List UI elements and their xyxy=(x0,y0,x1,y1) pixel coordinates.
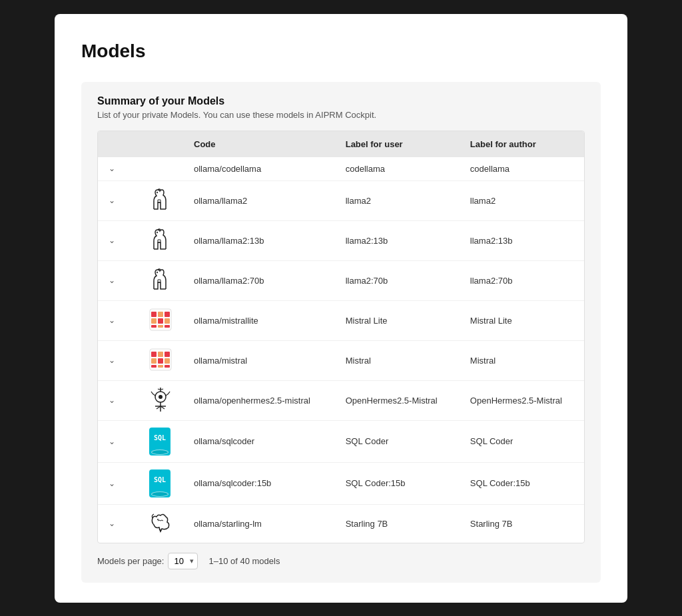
svg-rect-14 xyxy=(151,352,157,357)
row-chevron[interactable]: ⌄ xyxy=(98,420,138,462)
row-label-author: codellama xyxy=(460,157,584,181)
row-code: ollama/llama2 xyxy=(183,180,335,220)
row-chevron[interactable]: ⌄ xyxy=(98,260,138,300)
row-chevron[interactable]: ⌄ xyxy=(98,380,138,420)
row-label-user: SQL Coder xyxy=(335,420,460,462)
row-chevron[interactable]: ⌄ xyxy=(98,180,138,220)
svg-rect-8 xyxy=(158,318,163,324)
row-chevron[interactable]: ⌄ xyxy=(98,462,138,504)
row-label-author: SQL Coder xyxy=(460,420,584,462)
row-label-author: Starling 7B xyxy=(460,504,584,543)
table-row: ⌄ ollama/mistralMistralMistral xyxy=(98,340,584,380)
svg-point-27 xyxy=(159,395,163,399)
row-chevron[interactable]: ⌄ xyxy=(98,504,138,543)
row-label-author: OpenHermes2.5-Mistral xyxy=(460,380,584,420)
table-row: ⌄ ollama/llama2llama2llama2 xyxy=(98,180,584,220)
table-row: ⌄ ollama/mistralliteMistral LiteMistral … xyxy=(98,300,584,340)
row-code: ollama/llama2:70b xyxy=(183,260,335,300)
row-chevron[interactable]: ⌄ xyxy=(98,300,138,340)
row-code: ollama/mistrallite xyxy=(183,300,335,340)
table-row: ⌄ollama/codellamacodellamacodellama xyxy=(98,157,584,181)
row-label-author: SQL Coder:15b xyxy=(460,462,584,504)
models-table: Code Label for user Label for author ⌄ol… xyxy=(98,131,584,543)
svg-rect-11 xyxy=(158,325,163,328)
row-icon xyxy=(138,380,183,420)
page-info: 1–10 of 40 models xyxy=(208,556,280,566)
main-container: Models Summary of your Models List of yo… xyxy=(55,14,627,603)
row-label-user: Mistral xyxy=(335,340,460,380)
row-chevron[interactable]: ⌄ xyxy=(98,157,138,181)
summary-title: Summary of your Models xyxy=(97,95,585,107)
col-label-author: Label for author xyxy=(460,131,584,157)
row-icon xyxy=(138,157,183,181)
svg-rect-16 xyxy=(165,352,170,357)
row-label-user: codellama xyxy=(335,157,460,181)
row-label-author: Mistral xyxy=(460,340,584,380)
col-icon xyxy=(138,131,183,157)
table-row: ⌄ ollama/llama2:13bllama2:13bllama2:13b xyxy=(98,220,584,260)
row-code: ollama/starling-lm xyxy=(183,504,335,543)
models-table-wrapper: Code Label for user Label for author ⌄ol… xyxy=(97,131,585,543)
svg-rect-12 xyxy=(165,325,170,328)
table-row: ⌄ SQL ollama/sqlcoderSQL CoderSQL Coder xyxy=(98,420,584,462)
row-chevron[interactable]: ⌄ xyxy=(98,220,138,260)
row-label-user: Starling 7B xyxy=(335,504,460,543)
row-label-user: llama2 xyxy=(335,180,460,220)
table-row: ⌄ ollama/llama2:70bllama2:70bllama2:70b xyxy=(98,260,584,300)
svg-rect-9 xyxy=(165,318,170,324)
row-icon xyxy=(138,340,183,380)
per-page-select[interactable]: 10 25 50 xyxy=(168,553,198,569)
row-code: ollama/llama2:13b xyxy=(183,220,335,260)
table-row: ⌄ ollama/openhermes2.5-mistralOpenHermes… xyxy=(98,380,584,420)
per-page-label: Models per page: xyxy=(97,556,164,566)
row-icon: SQL xyxy=(138,420,183,462)
row-code: ollama/sqlcoder:15b xyxy=(183,462,335,504)
row-label-user: llama2:70b xyxy=(335,260,460,300)
svg-rect-4 xyxy=(151,312,157,317)
svg-point-1 xyxy=(157,231,158,232)
per-page-section: Models per page: 10 25 50 xyxy=(97,553,198,569)
svg-rect-18 xyxy=(158,358,163,364)
row-label-author: llama2:70b xyxy=(460,260,584,300)
row-icon xyxy=(138,300,183,340)
row-code: ollama/openhermes2.5-mistral xyxy=(183,380,335,420)
per-page-select-wrapper[interactable]: 10 25 50 xyxy=(168,553,198,569)
svg-rect-10 xyxy=(151,325,157,328)
row-icon xyxy=(138,220,183,260)
row-label-user: OpenHermes2.5-Mistral xyxy=(335,380,460,420)
table-row: ⌄ ollama/starling-lmStarling 7BStarling … xyxy=(98,504,584,543)
svg-rect-5 xyxy=(158,312,163,317)
row-icon xyxy=(138,180,183,220)
row-chevron[interactable]: ⌄ xyxy=(98,340,138,380)
table-header-row: Code Label for user Label for author xyxy=(98,131,584,157)
svg-rect-19 xyxy=(165,358,170,364)
col-chevron xyxy=(98,131,138,157)
row-label-user: llama2:13b xyxy=(335,220,460,260)
summary-section: Summary of your Models List of your priv… xyxy=(81,82,601,583)
row-label-user: SQL Coder:15b xyxy=(335,462,460,504)
summary-subtitle: List of your private Models. You can use… xyxy=(97,110,585,120)
row-label-author: Mistral Lite xyxy=(460,300,584,340)
svg-rect-20 xyxy=(151,365,157,368)
svg-rect-22 xyxy=(165,365,170,368)
page-title: Models xyxy=(81,41,601,62)
svg-rect-21 xyxy=(158,365,163,368)
row-code: ollama/mistral xyxy=(183,340,335,380)
row-icon xyxy=(138,260,183,300)
row-icon xyxy=(138,504,183,543)
svg-point-2 xyxy=(157,271,158,272)
svg-rect-6 xyxy=(165,312,170,317)
svg-point-0 xyxy=(157,191,158,192)
svg-rect-15 xyxy=(158,352,163,357)
table-row: ⌄ SQL ollama/sqlcoder:15bSQL Coder:15bSQ… xyxy=(98,462,584,504)
row-code: ollama/codellama xyxy=(183,157,335,181)
col-label-user: Label for user xyxy=(335,131,460,157)
row-label-author: llama2:13b xyxy=(460,220,584,260)
table-footer: Models per page: 10 25 50 1–10 of 40 mod… xyxy=(97,543,585,569)
row-icon: SQL xyxy=(138,462,183,504)
svg-rect-7 xyxy=(151,318,157,324)
row-label-author: llama2 xyxy=(460,180,584,220)
svg-rect-17 xyxy=(151,358,157,364)
row-label-user: Mistral Lite xyxy=(335,300,460,340)
col-code: Code xyxy=(183,131,335,157)
